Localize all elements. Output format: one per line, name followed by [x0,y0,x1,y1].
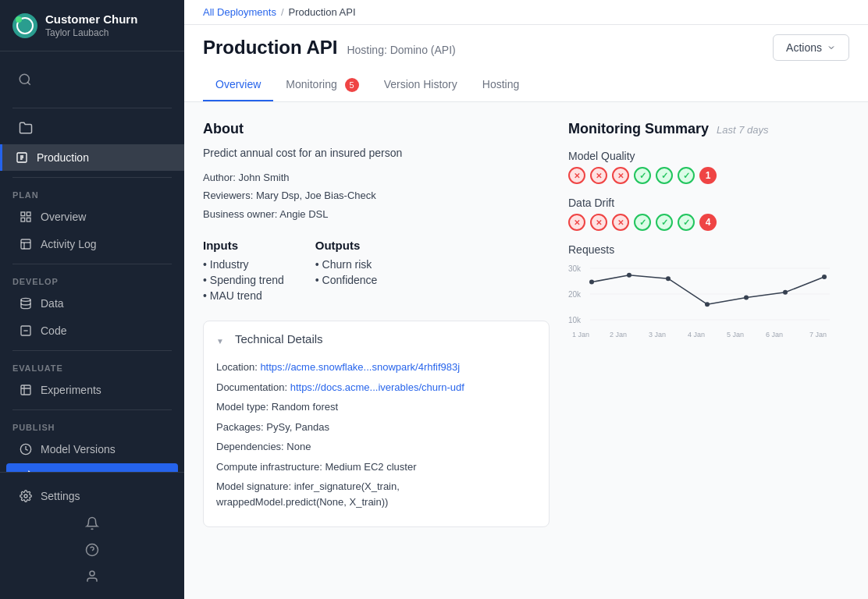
settings-icon [19,489,33,503]
svg-rect-4 [27,212,30,216]
tab-hosting[interactable]: Hosting [470,70,532,101]
sidebar-item-model-versions[interactable]: Model Versions [6,436,178,463]
tech-packages: Packages: PySy, Pandas [216,420,536,435]
develop-section-label: DEVELOP [0,271,184,289]
data-drift-section: Data Drift 4 [568,197,849,231]
sidebar-item-files[interactable] [6,115,178,141]
svg-text:10k: 10k [568,316,582,324]
sidebar: Customer Churn Taylor Laubach [0,0,184,599]
chart-point-5 [744,295,749,300]
sidebar-item-experiments[interactable]: Experiments [6,377,178,403]
output-item-2: Confidence [315,274,378,286]
tech-details-toggle[interactable]: Technical Details [204,321,549,356]
sidebar-item-activity-log[interactable]: Activity Log [6,231,178,257]
user-name: Taylor Laubach [45,27,137,38]
page-subtitle: Hosting: Domino (API) [347,44,455,56]
right-panel: Monitoring Summary Last 7 days Model Qua… [568,121,849,580]
actions-chevron-icon [827,43,836,52]
sidebar-item-notifications[interactable] [0,510,184,537]
main-content: All Deployments / Production API Product… [184,0,868,599]
mq-badge: 1 [699,167,717,184]
outputs-section: Outputs Churn risk Confidence [315,239,378,305]
output-item-1: Churn risk [315,258,378,271]
search-icon[interactable] [12,67,37,92]
about-reviewers: Reviewers: Mary Dsp, Joe Bias-Check [203,186,550,204]
monitoring-badge: 5 [345,78,359,92]
dd-dot-5 [656,214,673,231]
sidebar-nav: Production PLAN Overview Activity Log DE… [0,51,184,472]
inputs-section: Inputs Industry Spending trend MAU trend [203,239,284,305]
active-environment-label: Production [37,151,89,164]
chart-svg: 30k 20k 10k [568,262,834,348]
location-link[interactable]: https://acme.snowflake...snowpark/4rhfif… [260,361,460,373]
model-quality-dots: 1 [568,167,849,184]
io-grid: Inputs Industry Spending trend MAU trend… [203,239,550,305]
tab-overview[interactable]: Overview [203,70,273,101]
data-label: Data [41,297,64,310]
code-icon [19,324,33,338]
sidebar-item-settings[interactable]: Settings [6,483,178,509]
dd-dot-3 [612,214,629,231]
project-name: Customer Churn [45,12,137,26]
breadcrumb-all-deployments[interactable]: All Deployments [203,6,276,18]
svg-text:4 Jan: 4 Jan [688,331,705,338]
activity-log-icon [19,237,33,251]
sidebar-item-overview[interactable]: Overview [6,204,178,230]
svg-text:6 Jan: 6 Jan [766,331,783,338]
tab-version-history[interactable]: Version History [372,70,470,101]
left-panel: About Predict annual cost for an insured… [203,121,550,580]
docs-link[interactable]: https://docs.acme...iverables/churn-udf [290,381,464,393]
svg-text:5 Jan: 5 Jan [727,331,744,338]
about-meta: Author: John Smith Reviewers: Mary Dsp, … [203,168,550,223]
mq-dot-6 [678,167,695,184]
dd-dot-1 [568,214,585,231]
model-quality-section: Model Quality 1 [568,150,849,184]
sidebar-item-data[interactable]: Data [6,290,178,317]
svg-rect-7 [21,239,30,249]
mq-dot-3 [612,167,629,184]
actions-button[interactable]: Actions [773,34,849,61]
sidebar-divider-3 [12,264,172,264]
monitoring-title: Monitoring Summary [568,121,709,137]
plan-section-label: PLAN [0,184,184,203]
data-icon [19,296,33,310]
sidebar-item-deployments[interactable]: Deployments [6,463,178,472]
breadcrumb-current: Production API [289,6,356,18]
about-business-owner: Business owner: Angie DSL [203,205,550,223]
activity-log-label: Activity Log [41,238,97,250]
overview-label: Overview [41,211,86,223]
sidebar-item-user[interactable] [0,563,184,590]
breadcrumb: All Deployments / Production API [184,0,868,25]
page-header-top: Production API Hosting: Domino (API) Act… [203,34,849,61]
svg-text:2 Jan: 2 Jan [610,331,627,338]
folder-icon [19,121,33,135]
sidebar-logo: Customer Churn Taylor Laubach [0,0,184,51]
input-item-3: MAU trend [203,289,284,302]
sidebar-item-help[interactable] [0,537,184,563]
about-description: Predict annual cost for an insured perso… [203,147,550,159]
svg-point-14 [24,494,27,498]
tech-location: Location: https://acme.snowflake...snowp… [216,360,536,375]
tech-docs: Documentation: https://docs.acme...ivera… [216,380,536,395]
sidebar-item-code[interactable]: Code [6,317,178,344]
mq-dot-5 [656,167,673,184]
overview-icon [19,210,33,224]
sidebar-divider-5 [12,409,172,410]
dd-dot-4 [634,214,651,231]
tech-signature: Model signature: infer_signature(X_train… [216,479,536,509]
data-drift-label: Data Drift [568,197,849,209]
sidebar-divider-1 [12,108,172,108]
experiments-icon [19,383,33,397]
chart-point-2 [627,273,631,278]
svg-text:7 Jan: 7 Jan [809,331,827,338]
technical-details-section: Technical Details Location: https://acme… [203,321,550,527]
mq-dot-4 [634,167,651,184]
chart-line [592,275,824,304]
tab-monitoring[interactable]: Monitoring 5 [273,70,371,101]
svg-text:3 Jan: 3 Jan [649,331,666,338]
evaluate-section-label: EVALUATE [0,357,184,376]
svg-point-0 [20,74,29,83]
sidebar-active-environment[interactable]: Production [0,144,184,171]
publish-section-label: PUBLISH [0,416,184,435]
tech-details-body: Location: https://acme.snowflake...snowp… [204,356,549,526]
